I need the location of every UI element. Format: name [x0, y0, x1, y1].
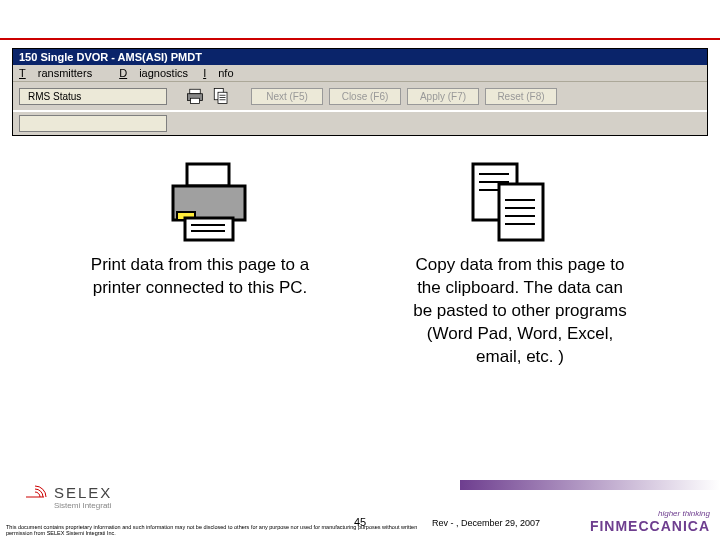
- window-title: 150 Single DVOR - AMS(ASI) PMDT: [13, 49, 707, 65]
- menu-transmitters[interactable]: Transmitters: [19, 67, 104, 79]
- app-window: 150 Single DVOR - AMS(ASI) PMDT Transmit…: [12, 48, 708, 136]
- print-icon[interactable]: [185, 86, 205, 106]
- copy-icon[interactable]: [211, 86, 231, 106]
- svg-rect-0: [190, 89, 201, 94]
- reset-button[interactable]: Reset (F8): [485, 88, 557, 105]
- finm-tagline: higher thinking: [590, 509, 710, 518]
- tab-rms-status[interactable]: RMS Status: [19, 88, 167, 105]
- apply-button[interactable]: Apply (F7): [407, 88, 479, 105]
- finmeccanica-logo: higher thinking FINMECCANICA: [590, 509, 710, 534]
- menu-info[interactable]: Info: [203, 67, 233, 79]
- finm-name: FINMECCANICA: [590, 518, 710, 534]
- menu-diagnostics[interactable]: Diagnostics: [119, 67, 188, 79]
- selex-logo: SELEX Sistemi Integrati: [22, 484, 112, 510]
- selex-sub: Sistemi Integrati: [54, 501, 112, 510]
- svg-rect-11: [185, 218, 233, 240]
- copy-caption: Copy data from this page to the clipboar…: [410, 254, 630, 369]
- print-caption: Print data from this page to a printer c…: [90, 254, 310, 369]
- brand-bar: [460, 480, 720, 490]
- page-number: 45: [354, 516, 366, 528]
- printer-large-icon: [165, 160, 255, 242]
- revision: Rev - , December 29, 2007: [432, 518, 540, 528]
- tab-secondary: [19, 115, 167, 132]
- menu-bar: Transmitters Diagnostics Info: [13, 65, 707, 82]
- svg-rect-2: [191, 98, 200, 103]
- selex-name: SELEX: [54, 484, 112, 501]
- close-button[interactable]: Close (F6): [329, 88, 401, 105]
- next-button[interactable]: Next (F5): [251, 88, 323, 105]
- svg-rect-8: [187, 164, 229, 186]
- toolbar: RMS Status Next (F5) Close (F6) Apply (F…: [13, 82, 707, 111]
- copy-large-icon: [465, 160, 555, 242]
- svg-rect-18: [499, 184, 543, 240]
